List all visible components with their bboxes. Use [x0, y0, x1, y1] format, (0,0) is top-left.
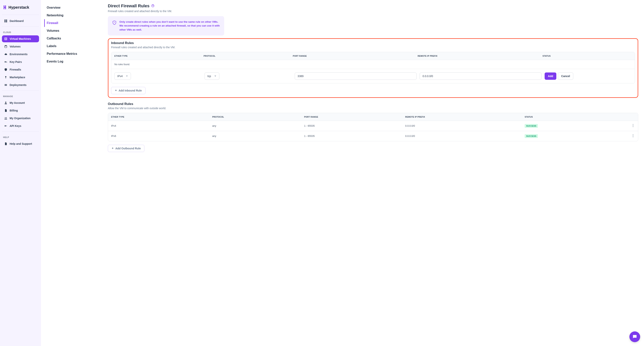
sidebar-item-volumes[interactable]: Volumes	[2, 43, 39, 50]
shield-icon	[4, 68, 7, 71]
sidebar-item-dashboard[interactable]: Dashboard	[2, 18, 39, 24]
vm-icon	[4, 37, 7, 40]
billing-icon	[4, 109, 7, 112]
inbound-subtitle: Firewall rules created and attached dire…	[111, 46, 635, 49]
user-icon	[4, 101, 7, 104]
svg-point-25	[633, 137, 634, 137]
cancel-button[interactable]: Cancel	[558, 72, 573, 80]
subnav-volumes[interactable]: Volumes	[47, 27, 98, 34]
sidebar-item-marketplace[interactable]: Marketplace	[2, 74, 39, 81]
sidebar-item-key-pairs[interactable]: Key Pairs	[2, 58, 39, 65]
col-status: STATUS	[524, 116, 635, 118]
svg-point-15	[5, 117, 6, 118]
svg-point-22	[633, 126, 634, 127]
sidebar-item-environments[interactable]: Environments	[2, 51, 39, 58]
port-range-input[interactable]	[295, 72, 416, 80]
add-outbound-rule-label: Add Outbound Rule	[115, 147, 141, 150]
svg-rect-12	[4, 84, 7, 85]
info-banner: Only create direct rules when you don't …	[108, 16, 224, 36]
status-badge: SUCCESS	[524, 134, 538, 138]
sidebar-item-label: Deployments	[10, 84, 26, 86]
outbound-row: IPv6 any 1 - 65535 0.0.0.0/0 SUCCESS	[108, 131, 638, 141]
svg-rect-0	[4, 20, 6, 21]
col-ether-type: ETHER TYPE	[111, 116, 212, 118]
sidebar-item-my-organization[interactable]: My Organization	[2, 115, 39, 122]
api-key-icon	[4, 124, 7, 128]
col-status: STATUS	[542, 55, 632, 57]
svg-point-23	[633, 134, 634, 135]
cell-remote-ip: 0.0.0.0/0	[405, 124, 525, 127]
sidebar-item-label: Volumes	[10, 45, 20, 48]
svg-rect-1	[6, 20, 7, 21]
subnav-events-log[interactable]: Events Log	[47, 58, 98, 65]
protocol-value: tcp	[208, 74, 211, 78]
svg-point-14	[5, 102, 6, 103]
cell-port-range: 1 - 65535	[304, 124, 405, 127]
sidebar-item-billing[interactable]: Billing	[2, 107, 39, 114]
subnav-callbacks[interactable]: Callbacks	[47, 34, 98, 42]
subnav-labels[interactable]: Labels	[47, 42, 98, 50]
chat-widget-button[interactable]	[630, 332, 640, 342]
add-outbound-rule-button[interactable]: Add Outbound Rule	[108, 145, 144, 152]
inbound-table-header: ETHER TYPE PROTOCOL PORT RANGE REMOTE IP…	[111, 52, 635, 60]
subnav-networking[interactable]: Networking	[47, 12, 98, 19]
sidebar-item-firewalls[interactable]: Firewalls	[2, 66, 39, 73]
cell-protocol: any	[212, 134, 304, 138]
sidebar: Hyperstack Dashboard CLOUD Virtual Machi…	[0, 0, 41, 346]
sidebar-item-label: Dashboard	[10, 20, 24, 22]
help-circle-icon[interactable]	[151, 4, 154, 8]
main-content: Direct Firewall Rules Firewall rules cre…	[104, 0, 644, 346]
cell-remote-ip: 0.0.0.0/0	[405, 134, 525, 138]
sidebar-item-label: Help and Support	[10, 142, 32, 145]
cell-ether-type: IPv6	[111, 134, 212, 138]
outbound-row: IPv4 any 1 - 65535 0.0.0.0/0 SUCCESS	[108, 121, 638, 131]
remote-ip-input[interactable]	[420, 72, 542, 80]
sidebar-item-label: Marketplace	[10, 76, 25, 79]
page-title: Direct Firewall Rules	[108, 4, 149, 8]
col-remote-ip: REMOTE IP PREFIX	[418, 55, 542, 57]
sidebar-item-my-account[interactable]: My Account	[2, 100, 39, 106]
outbound-rules-table: ETHER TYPE PROTOCOL PORT RANGE REMOTE IP…	[108, 113, 638, 141]
subnav-performance-metrics[interactable]: Performance Metrics	[47, 50, 98, 58]
outbound-subtitle: Allow the VM to communicate with outside…	[108, 107, 638, 110]
svg-rect-4	[4, 38, 7, 40]
add-inbound-rule-button[interactable]: Add Inbound Rule	[111, 87, 146, 94]
volumes-icon	[4, 45, 7, 48]
col-protocol: PROTOCOL	[212, 116, 304, 118]
svg-point-24	[633, 136, 634, 136]
plus-icon	[115, 89, 117, 92]
svg-point-6	[4, 45, 7, 46]
col-ether-type: ETHER TYPE	[114, 55, 204, 57]
status-badge: SUCCESS	[524, 124, 538, 128]
sidebar-item-deployments[interactable]: Deployments	[2, 82, 39, 88]
outbound-title: Outbound Rules	[108, 102, 638, 106]
sidebar-item-virtual-machines[interactable]: Virtual Machines	[2, 35, 39, 42]
sidebar-item-label: Environments	[10, 53, 28, 56]
sidebar-item-label: Virtual Machines	[10, 37, 31, 40]
plus-icon	[112, 147, 114, 150]
col-protocol: PROTOCOL	[204, 55, 293, 57]
marketplace-icon	[4, 76, 7, 79]
sidebar-item-label: My Account	[10, 101, 25, 104]
protocol-select[interactable]: tcp	[204, 72, 219, 80]
page-subtitle: Firewall rules created and attached dire…	[108, 10, 638, 13]
sidebar-item-help-support[interactable]: Help and Support	[2, 140, 39, 147]
col-port-range: PORT RANGE	[293, 55, 418, 57]
sidebar-item-label: Key Pairs	[10, 60, 22, 64]
sidebar-item-label: Firewalls	[10, 68, 21, 71]
inbound-rules-table: ETHER TYPE PROTOCOL PORT RANGE REMOTE IP…	[111, 52, 635, 84]
row-menu-icon[interactable]	[633, 124, 635, 128]
inbound-title: Inbound Rules	[111, 41, 635, 45]
sidebar-item-label: API Keys	[10, 124, 21, 128]
ether-type-select[interactable]: IPv4	[114, 72, 131, 80]
subnav-firewall[interactable]: Firewall	[44, 19, 98, 27]
row-menu-icon[interactable]	[633, 134, 635, 138]
chevron-down-icon	[214, 74, 216, 78]
svg-rect-5	[5, 38, 6, 40]
add-button[interactable]: Add	[544, 72, 556, 80]
col-remote-ip: REMOTE IP PREFIX	[405, 116, 525, 118]
sidebar-item-api-keys[interactable]: API Keys	[2, 122, 39, 129]
subnav-overview[interactable]: Overview	[47, 4, 98, 12]
svg-rect-13	[4, 85, 7, 86]
chevron-down-icon	[126, 74, 128, 78]
